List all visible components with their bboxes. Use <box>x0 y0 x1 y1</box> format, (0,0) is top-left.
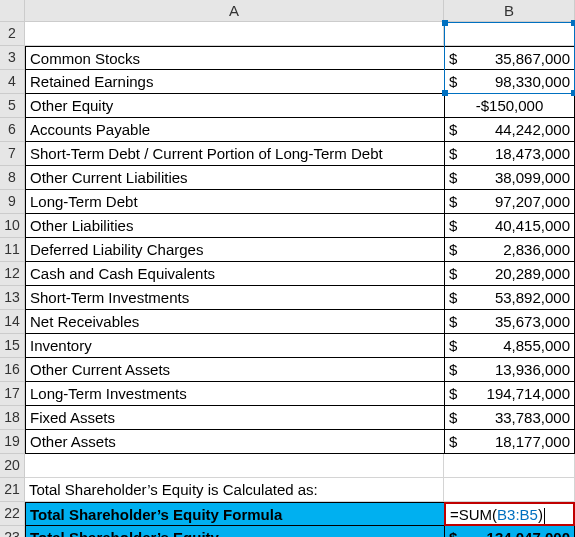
row-header[interactable]: 13 <box>0 286 25 310</box>
row-21: 21 Total Shareholder’s Equity is Calcula… <box>0 478 575 502</box>
cell-b20[interactable] <box>444 454 575 478</box>
cell-a20[interactable] <box>25 454 444 478</box>
select-all-corner[interactable] <box>0 0 25 22</box>
cell-amount[interactable]: $4,855,000 <box>444 334 575 358</box>
cell-amount[interactable]: $53,892,000 <box>444 286 575 310</box>
cell-value: 53,892,000 <box>457 286 570 309</box>
row-header[interactable]: 17 <box>0 382 25 406</box>
cell-value: 38,099,000 <box>457 166 570 189</box>
cell-b2[interactable] <box>444 22 575 46</box>
row-header[interactable]: 8 <box>0 166 25 190</box>
cell-amount[interactable]: $38,099,000 <box>444 166 575 190</box>
row-header[interactable]: 6 <box>0 118 25 142</box>
cell-label[interactable]: Fixed Assets <box>25 406 444 430</box>
formula-prefix: =SUM( <box>450 506 497 523</box>
table-row: 18 Fixed Assets $33,783,000 <box>0 406 575 430</box>
formula-label[interactable]: Total Shareholder’s Equity Formula <box>25 502 444 526</box>
row-header[interactable]: 20 <box>0 454 25 478</box>
cell-label[interactable]: Common Stocks <box>25 46 444 70</box>
row-header[interactable]: 4 <box>0 70 25 94</box>
table-row: 13 Short-Term Investments $53,892,000 <box>0 286 575 310</box>
cell-value: 40,415,000 <box>457 214 570 237</box>
table-row: 17 Long-Term Investments $194,714,000 <box>0 382 575 406</box>
cell-label[interactable]: Other Assets <box>25 430 444 454</box>
formula-ref: B3:B5 <box>497 506 538 523</box>
row-header[interactable]: 3 <box>0 46 25 70</box>
col-header-a[interactable]: A <box>25 0 444 22</box>
cell-value: 134,047,000 <box>457 526 570 537</box>
table-row: 10 Other Liabilities $40,415,000 <box>0 214 575 238</box>
cell-value: 4,855,000 <box>457 334 570 357</box>
currency-symbol: $ <box>449 214 457 237</box>
cell-value: 194,714,000 <box>457 382 570 405</box>
cell-amount[interactable]: $18,473,000 <box>444 142 575 166</box>
currency-symbol: $ <box>449 334 457 357</box>
row-header[interactable]: 7 <box>0 142 25 166</box>
equity-heading[interactable]: Total Shareholder’s Equity is Calculated… <box>25 478 444 502</box>
cell-label[interactable]: Retained Earnings <box>25 70 444 94</box>
row-header[interactable]: 11 <box>0 238 25 262</box>
table-row: 3 Common Stocks $35,867,000 <box>0 46 575 70</box>
cell-label[interactable]: Accounts Payable <box>25 118 444 142</box>
row-header[interactable]: 22 <box>0 502 25 526</box>
cell-label[interactable]: Other Equity <box>25 94 444 118</box>
cell-amount[interactable]: -$150,000 <box>444 94 575 118</box>
row-header[interactable]: 9 <box>0 190 25 214</box>
cell-amount[interactable]: $35,867,000 <box>444 46 575 70</box>
row-header[interactable]: 18 <box>0 406 25 430</box>
row-header[interactable]: 19 <box>0 430 25 454</box>
cell-amount[interactable]: $2,836,000 <box>444 238 575 262</box>
cell-label[interactable]: Net Receivables <box>25 310 444 334</box>
table-row: 15 Inventory $4,855,000 <box>0 334 575 358</box>
cell-value: 2,836,000 <box>457 238 570 261</box>
row-header[interactable]: 12 <box>0 262 25 286</box>
cell-value: 98,330,000 <box>457 70 570 93</box>
cell-amount[interactable]: $35,673,000 <box>444 310 575 334</box>
cell-label[interactable]: Short-Term Investments <box>25 286 444 310</box>
cell-amount[interactable]: $44,242,000 <box>444 118 575 142</box>
cell-b21[interactable] <box>444 478 575 502</box>
cell-amount[interactable]: $33,783,000 <box>444 406 575 430</box>
currency-symbol: $ <box>449 430 457 453</box>
cell-label[interactable]: Other Current Liabilities <box>25 166 444 190</box>
currency-symbol: $ <box>449 70 457 93</box>
cell-label[interactable]: Long-Term Debt <box>25 190 444 214</box>
cell-value: 20,289,000 <box>457 262 570 285</box>
row-header[interactable]: 23 <box>0 526 25 537</box>
spreadsheet: A B 2 3 Common Stocks $35,867,000 4 Reta… <box>0 0 575 537</box>
table-row: 7 Short-Term Debt / Current Portion of L… <box>0 142 575 166</box>
cell-label[interactable]: Long-Term Investments <box>25 382 444 406</box>
currency-symbol: $ <box>449 190 457 213</box>
row-header[interactable]: 10 <box>0 214 25 238</box>
cell-amount[interactable]: $18,177,000 <box>444 430 575 454</box>
cell-label[interactable]: Other Liabilities <box>25 214 444 238</box>
row-20: 20 <box>0 454 575 478</box>
row-header[interactable]: 21 <box>0 478 25 502</box>
cell-amount[interactable]: $40,415,000 <box>444 214 575 238</box>
cell-label[interactable]: Inventory <box>25 334 444 358</box>
cell-value: 35,867,000 <box>457 47 570 70</box>
cell-amount[interactable]: $13,936,000 <box>444 358 575 382</box>
row-header[interactable]: 16 <box>0 358 25 382</box>
cell-label[interactable]: Other Current Assets <box>25 358 444 382</box>
currency-symbol: $ <box>449 526 457 537</box>
result-label[interactable]: Total Shareholder’s Equity <box>25 526 444 537</box>
row-header[interactable]: 14 <box>0 310 25 334</box>
cell-label[interactable]: Cash and Cash Equivalents <box>25 262 444 286</box>
table-row: 11 Deferred Liability Charges $2,836,000 <box>0 238 575 262</box>
cell-label[interactable]: Deferred Liability Charges <box>25 238 444 262</box>
table-row: 9 Long-Term Debt $97,207,000 <box>0 190 575 214</box>
cell-amount[interactable]: $97,207,000 <box>444 190 575 214</box>
cell-amount[interactable]: $194,714,000 <box>444 382 575 406</box>
formula-cell[interactable]: =SUM(B3:B5) <box>444 502 575 526</box>
cell-a2[interactable] <box>25 22 444 46</box>
row-header[interactable]: 5 <box>0 94 25 118</box>
result-cell[interactable]: $134,047,000 <box>444 526 575 537</box>
col-header-b[interactable]: B <box>444 0 575 22</box>
cell-label[interactable]: Short-Term Debt / Current Portion of Lon… <box>25 142 444 166</box>
cell-amount[interactable]: $98,330,000 <box>444 70 575 94</box>
row-header[interactable]: 2 <box>0 22 25 46</box>
row-header[interactable]: 15 <box>0 334 25 358</box>
cell-amount[interactable]: $20,289,000 <box>444 262 575 286</box>
currency-symbol: $ <box>449 382 457 405</box>
